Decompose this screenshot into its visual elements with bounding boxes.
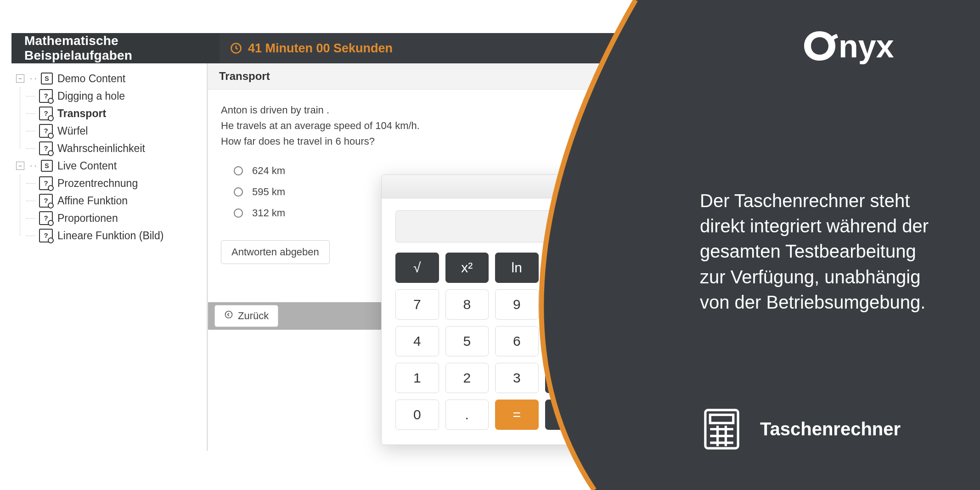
expander-icon[interactable]: − <box>16 74 24 83</box>
calc-key-x²[interactable]: x² <box>445 253 489 283</box>
question-badge-icon: ? <box>39 211 53 225</box>
tree-item-label: Prozentrechnung <box>57 175 138 192</box>
calculator-display: 0 <box>395 210 588 242</box>
calc-key-.[interactable]: . <box>445 400 489 430</box>
promo-content: nyx Der Taschenrechner steht direkt inte… <box>626 0 980 490</box>
answer-radio[interactable] <box>234 166 243 175</box>
tree-item[interactable]: ?Transport <box>23 105 207 122</box>
feature-row: Taschenrechner <box>700 407 950 451</box>
calc-key-8[interactable]: 8 <box>445 289 489 320</box>
timer: 41 Minuten 00 Sekunden <box>230 41 393 56</box>
calculator-window[interactable]: ✕ 0 √x²lnC789+456-123×0.=÷ <box>381 175 603 445</box>
section-badge-icon: S <box>41 160 53 172</box>
svg-rect-13 <box>710 415 733 423</box>
feature-label: Taschenrechner <box>760 419 901 439</box>
section-badge-icon: S <box>41 73 53 84</box>
tree-item-label: Proportionen <box>57 209 118 227</box>
promo-text: Der Taschenrechner steht direkt integrie… <box>700 188 943 315</box>
app-root: Mathematische Beispielaufgaben 41 Minute… <box>0 0 980 490</box>
calc-key-×[interactable]: × <box>545 363 589 393</box>
answer-label: 312 km <box>252 207 285 219</box>
brand-logo: nyx <box>803 25 941 67</box>
close-icon: ✕ <box>585 181 592 192</box>
calc-key-0[interactable]: 0 <box>395 400 439 430</box>
sidebar: −··SDemo Content?Digging a hole?Transpor… <box>11 63 208 451</box>
question-badge-icon: ? <box>39 124 53 138</box>
calc-key-3[interactable]: 3 <box>495 363 539 393</box>
answer-radio[interactable] <box>234 208 243 218</box>
nav-tree: −··SDemo Content?Digging a hole?Transpor… <box>11 70 207 244</box>
calc-key-√[interactable]: √ <box>395 253 439 283</box>
calc-key-1[interactable]: 1 <box>395 363 439 393</box>
tree-item-label: Wahrscheinlichkeit <box>57 140 145 157</box>
tree-item[interactable]: ?Würfel <box>23 122 207 140</box>
tree-item-label: Würfel <box>57 122 88 140</box>
calc-key-ln[interactable]: ln <box>495 253 539 283</box>
calc-key-5[interactable]: 5 <box>445 326 489 356</box>
tree-section-label: Live Content <box>57 157 117 175</box>
tree-item-label: Digging a hole <box>57 87 125 105</box>
calc-key-7[interactable]: 7 <box>395 289 439 320</box>
tree-item-label: Transport <box>57 105 106 122</box>
back-label: Zurück <box>238 310 269 322</box>
tree-item-label: Affine Funktion <box>57 192 128 209</box>
question-badge-icon: ? <box>39 141 53 155</box>
calc-key-=[interactable]: = <box>495 400 539 430</box>
svg-point-10 <box>225 311 232 318</box>
tree-item[interactable]: ?Digging a hole <box>23 87 207 105</box>
question-badge-icon: ? <box>39 89 53 103</box>
back-button[interactable]: Zurück <box>214 305 278 327</box>
question-badge-icon: ? <box>39 176 53 190</box>
tree-item[interactable]: ?Proportionen <box>23 209 207 227</box>
tree-section-label: Demo Content <box>57 70 125 87</box>
expander-icon[interactable]: − <box>16 162 24 170</box>
tree-section[interactable]: −··SLive Content <box>11 157 207 175</box>
calc-key-C[interactable]: C <box>545 253 589 283</box>
tree-item[interactable]: ?Lineare Funktion (Bild) <box>23 227 207 244</box>
calculator-close-button[interactable]: ✕ <box>581 179 596 194</box>
svg-text:nyx: nyx <box>839 28 894 64</box>
tree-section[interactable]: −··SDemo Content <box>11 70 207 87</box>
calc-key-6[interactable]: 6 <box>495 326 539 356</box>
answer-radio[interactable] <box>234 187 243 197</box>
tree-item-label: Lineare Funktion (Bild) <box>57 227 163 244</box>
calculator-outline-icon <box>700 407 743 451</box>
calculator-titlebar[interactable]: ✕ <box>382 175 602 198</box>
timer-text: 41 Minuten 00 Sekunden <box>248 41 393 56</box>
calc-key-4[interactable]: 4 <box>395 326 439 356</box>
tree-item[interactable]: ?Wahrscheinlichkeit <box>23 140 207 157</box>
tree-item[interactable]: ?Affine Funktion <box>23 192 207 209</box>
question-badge-icon: ? <box>39 107 53 120</box>
calculator-body: 0 √x²lnC789+456-123×0.=÷ <box>382 198 602 445</box>
calc-key-÷[interactable]: ÷ <box>545 400 589 430</box>
calc-key--[interactable]: - <box>545 326 589 356</box>
clock-icon <box>230 42 242 55</box>
arrow-left-circle-icon <box>224 310 233 322</box>
sidebar-title: Mathematische Beispielaufgaben <box>11 33 220 63</box>
calc-key-2[interactable]: 2 <box>445 363 489 393</box>
tree-item[interactable]: ?Prozentrechnung <box>23 175 207 192</box>
answer-label: 624 km <box>252 165 285 177</box>
question-badge-icon: ? <box>39 194 53 208</box>
question-badge-icon: ? <box>39 229 53 242</box>
calc-key-+[interactable]: + <box>545 289 589 320</box>
calc-key-9[interactable]: 9 <box>495 289 539 320</box>
answer-label: 595 km <box>252 186 285 198</box>
calculator-keypad: √x²lnC789+456-123×0.=÷ <box>395 253 588 430</box>
submit-answer-button[interactable]: Antworten abgeben <box>221 240 330 264</box>
